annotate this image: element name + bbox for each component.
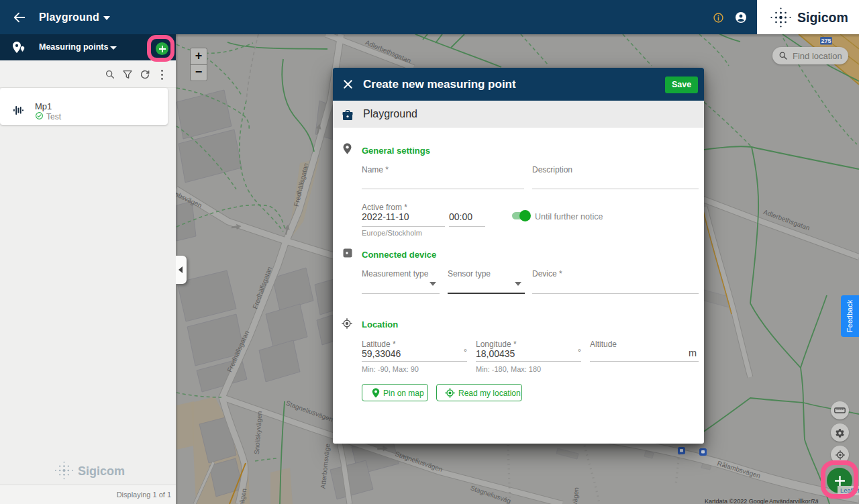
svg-text:Rä: Rä [811,498,819,504]
svg-text:Användarvillkor: Användarvillkor [769,498,811,504]
svg-text:Sigicom: Sigicom [78,464,125,478]
svg-text:Sigicom: Sigicom [797,10,848,25]
svg-text:275: 275 [821,38,831,44]
svg-text:Kartdata ©2022 Google: Kartdata ©2022 Google [705,498,768,504]
